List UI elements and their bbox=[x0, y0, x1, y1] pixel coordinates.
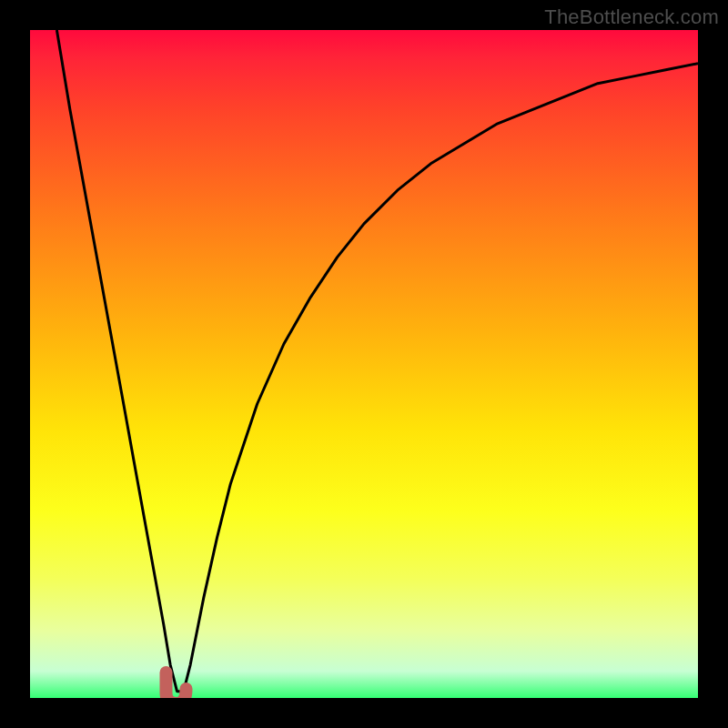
curve-layer bbox=[30, 30, 698, 698]
watermark-text: TheBottleneck.com bbox=[544, 5, 719, 29]
chart-frame: TheBottleneck.com bbox=[0, 0, 728, 728]
plot-area bbox=[30, 30, 698, 698]
bottleneck-curve bbox=[56, 30, 698, 692]
